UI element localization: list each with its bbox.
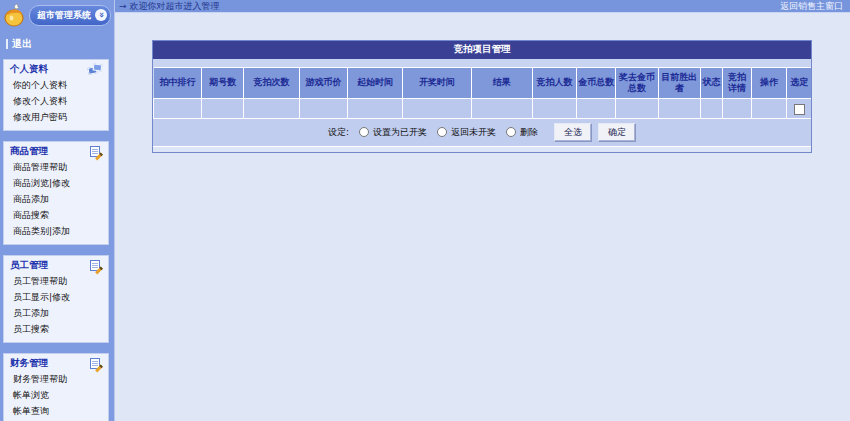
sidebar-item-edit-profile[interactable]: 修改个人资料	[4, 94, 108, 110]
section-header: 员工管理	[4, 256, 108, 274]
auction-table: 拍中排行 期号数 竞拍次数 游戏币价 起始时间 开奖时间 结果 竞拍人数 金币总…	[153, 67, 811, 118]
table-cell	[202, 98, 244, 118]
sidebar-section-employees: 员工管理 员工管理帮助 员工显示|修改 员工添加 员工搜索	[3, 255, 109, 343]
sidebar-item-employee-help[interactable]: 员工管理帮助	[4, 274, 108, 290]
sidebar-item-bill-browse[interactable]: 帐单浏览	[4, 388, 108, 404]
welcome-text: 欢迎你对超市进入管理	[130, 0, 220, 13]
auction-management-panel: 竞拍项目管理 拍中排行 期号数 竞拍次数 游戏币价 起始时间 开奖时间 结果 竞…	[152, 40, 812, 153]
sidebar-item-change-password[interactable]: 修改用户密码	[4, 110, 108, 126]
table-row	[154, 98, 812, 118]
table-cell	[471, 98, 532, 118]
table-cell	[299, 98, 347, 118]
table-cell	[722, 98, 751, 118]
app-title: 超市管理系统	[37, 9, 91, 22]
radio-label: 删除	[520, 126, 538, 139]
column-header-draw-time: 开奖时间	[403, 68, 471, 99]
top-bar: → 欢迎你对超市进入管理 返回销售主窗口	[115, 0, 850, 13]
radio-set-drawn[interactable]	[359, 127, 369, 137]
sidebar-item-product-help[interactable]: 商品管理帮助	[4, 160, 108, 176]
cards-icon	[88, 64, 103, 76]
sidebar-section-profile: 个人资料 你的个人资料 修改个人资料 修改用户密码	[3, 59, 109, 131]
sidebar: 超市管理系统 » 退出 个人资料 你的个人资料 修改个人资料 修改用户密码 商品…	[0, 0, 115, 421]
section-header: 个人资料	[4, 60, 108, 78]
app-logo-icon	[2, 2, 29, 29]
confirm-button[interactable]: 确定	[598, 123, 636, 142]
section-title: 员工管理	[10, 259, 48, 272]
column-header-select: 选定	[787, 68, 811, 99]
logout-label: 退出	[12, 37, 32, 51]
table-cell	[532, 98, 576, 118]
sidebar-item-employee-view[interactable]: 员工显示|修改	[4, 290, 108, 306]
table-cell	[616, 98, 658, 118]
radio-return-undrawn[interactable]	[437, 127, 447, 137]
radio-option-undrawn: 返回未开奖	[437, 126, 496, 139]
column-header-current-winner: 目前胜出者	[658, 68, 700, 99]
section-title: 个人资料	[10, 63, 48, 76]
table-cell	[154, 98, 202, 118]
arrow-icon: →	[119, 1, 127, 11]
system-title-button[interactable]: 超市管理系统 »	[29, 5, 111, 26]
radio-label: 设置为已开奖	[373, 126, 427, 139]
radio-label: 返回未开奖	[451, 126, 496, 139]
edit-note-icon	[90, 357, 103, 370]
set-label: 设定:	[328, 126, 349, 139]
section-title: 商品管理	[10, 145, 48, 158]
table-cell	[244, 98, 299, 118]
column-header-bidders: 竞拍人数	[532, 68, 576, 99]
logo-row: 超市管理系统 »	[0, 0, 114, 30]
return-sales-link[interactable]: 返回销售主窗口	[780, 0, 843, 13]
sidebar-item-finance-help[interactable]: 财务管理帮助	[4, 372, 108, 388]
panel-title: 竞拍项目管理	[153, 41, 811, 59]
table-cell	[658, 98, 700, 118]
radio-delete[interactable]	[506, 127, 516, 137]
radio-option-set-drawn: 设置为已开奖	[359, 126, 427, 139]
sidebar-item-product-browse[interactable]: 商品浏览|修改	[4, 176, 108, 192]
column-header-start-time: 起始时间	[348, 68, 403, 99]
sidebar-section-products: 商品管理 商品管理帮助 商品浏览|修改 商品添加 商品搜索 商品类别|添加	[3, 141, 109, 245]
table-cell	[577, 98, 616, 118]
column-header-bid-details: 竞拍详情	[722, 68, 751, 99]
column-header-period: 期号数	[202, 68, 244, 99]
column-header-operation: 操作	[752, 68, 787, 99]
sidebar-item-product-category[interactable]: 商品类别|添加	[4, 224, 108, 240]
collapse-chevron-icon[interactable]: »	[95, 9, 107, 21]
sidebar-item-product-search[interactable]: 商品搜索	[4, 208, 108, 224]
edit-note-icon	[90, 259, 103, 272]
select-all-button[interactable]: 全选	[554, 123, 592, 142]
section-header: 商品管理	[4, 142, 108, 160]
table-cell-select	[787, 98, 811, 118]
logout-bar-divider	[6, 39, 8, 49]
column-header-status: 状态	[700, 68, 722, 99]
main-area: 竞拍项目管理 拍中排行 期号数 竞拍次数 游戏币价 起始时间 开奖时间 结果 竞…	[115, 13, 850, 421]
radio-option-delete: 删除	[506, 126, 538, 139]
logout-link[interactable]: 退出	[0, 30, 114, 59]
sidebar-item-bill-query[interactable]: 帐单查询	[4, 404, 108, 420]
table-cell	[348, 98, 403, 118]
section-title: 财务管理	[10, 357, 48, 370]
sidebar-item-employee-add[interactable]: 员工添加	[4, 306, 108, 322]
table-footer: 设定: 设置为已开奖 返回未开奖 删除 全选 确定	[153, 118, 811, 146]
row-select-checkbox[interactable]	[794, 104, 805, 115]
column-header-total-coins: 金币总数	[577, 68, 616, 99]
sidebar-item-product-add[interactable]: 商品添加	[4, 192, 108, 208]
table-cell	[403, 98, 471, 118]
section-header: 财务管理	[4, 354, 108, 372]
bottom-spacer	[153, 146, 811, 152]
column-header-coin-price: 游戏币价	[299, 68, 347, 99]
table-cell	[752, 98, 787, 118]
column-header-result: 结果	[471, 68, 532, 99]
column-header-awarded-coins: 奖去金币总数	[616, 68, 658, 99]
table-cell	[700, 98, 722, 118]
sidebar-item-employee-search[interactable]: 员工搜索	[4, 322, 108, 338]
spacer-row	[153, 59, 811, 67]
column-header-win-rank: 拍中排行	[154, 68, 202, 99]
sidebar-section-finance: 财务管理 财务管理帮助 帐单浏览 帐单查询 帐单报表	[3, 353, 109, 421]
sidebar-item-your-profile[interactable]: 你的个人资料	[4, 78, 108, 94]
column-header-bid-count: 竞拍次数	[244, 68, 299, 99]
header-row: 拍中排行 期号数 竞拍次数 游戏币价 起始时间 开奖时间 结果 竞拍人数 金币总…	[154, 68, 812, 99]
edit-note-icon	[90, 145, 103, 158]
